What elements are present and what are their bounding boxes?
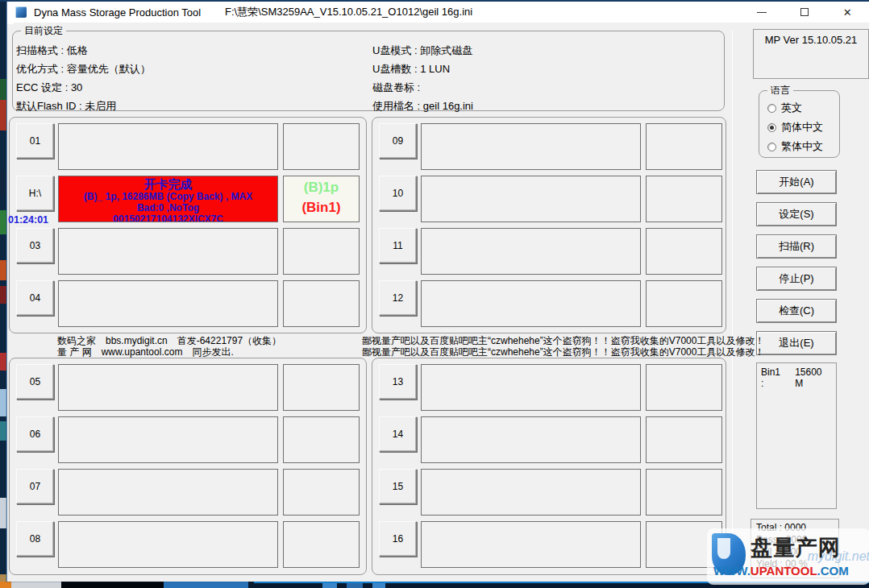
slot-status-box: 开卡完成(B)_ 1p, 16286MB (Copy Back) , MAXBa… (58, 176, 278, 222)
slot-row-06: 06 (10, 415, 366, 467)
slot-status-box (58, 280, 278, 327)
slot-button-H:\[interactable]: H:\ (16, 176, 54, 211)
slot-status-box (421, 521, 641, 568)
notice-2-left: 量 产 网 www.upantool.com 同步发出. (57, 346, 234, 359)
slot-row-H:\: H:\01:24:01开卡完成(B)_ 1p, 16286MB (Copy Ba… (10, 174, 366, 226)
slot-button-04[interactable]: 04 (16, 280, 54, 316)
slot-result-box (646, 176, 722, 222)
radio-icon (767, 104, 776, 113)
slot-result-box (283, 364, 360, 411)
start-button[interactable]: 开始(A) (756, 170, 837, 194)
radio-label: 英文 (781, 101, 802, 115)
optimize-mode-line: 优化方式 : 容量优先（默认） (16, 60, 151, 78)
bin-value: 15600 M (795, 366, 832, 389)
slot-status-box (58, 228, 278, 275)
slot-row-01: 01 (10, 122, 366, 174)
bin-label: Bin1 : (761, 366, 785, 389)
ecc-setting-line: ECC 设定 : 30 (16, 78, 151, 97)
slot-result-box (283, 228, 360, 275)
scan-format-line: 扫描格式 : 低格 (16, 41, 151, 60)
settings-legend: 目前设定 (21, 25, 66, 36)
slot-result-box (283, 416, 360, 463)
slot-group-top-left: 01H:\01:24:01开卡完成(B)_ 1p, 16286MB (Copy … (9, 117, 367, 333)
opened-file-path: F:\慧荣\SM3259AA_V15.10.05.21_O1012\geil 1… (225, 5, 472, 19)
slot-row-07: 07 (10, 467, 366, 520)
slot-row-04: 04 (10, 279, 366, 331)
exit-button[interactable]: 退出(E) (756, 331, 837, 355)
url-www: WWW. (713, 564, 750, 578)
slot-button-11[interactable]: 11 (379, 228, 417, 263)
slot-result-box (283, 521, 360, 568)
slot-button-07[interactable]: 07 (16, 469, 54, 504)
slot-result-box: (B)1p(Bin1) (283, 176, 360, 222)
slot-status-box (58, 521, 278, 568)
slot-row-09: 09 (372, 122, 726, 174)
status-line: 00150217104132XICX7C (59, 213, 277, 222)
status-line: 开卡完成 (59, 177, 277, 191)
window-title: Dyna Mass Storage Production Tool (34, 6, 201, 19)
slot-status-box (421, 123, 641, 170)
result-bin-red: (Bin1) (284, 198, 359, 217)
slot-status-box (421, 469, 641, 516)
app-window: Dyna Mass Storage Production Tool F:\慧荣\… (6, 2, 869, 582)
language-group: 语言 英文 简体中文 繁体中文 (759, 90, 840, 158)
slot-button-16[interactable]: 16 (379, 521, 417, 557)
slot-result-box (646, 123, 722, 170)
upantool-watermark: mydigit.net 盘量产网 WWW.UPANTOOL.COM (707, 528, 869, 585)
desktop-background-strip (0, 23, 6, 582)
titlebar-left-extension (7, 3, 14, 24)
slot-row-15: 15 (372, 467, 726, 520)
radio-simplified-chinese[interactable]: 简体中文 (767, 120, 839, 135)
slot-button-10[interactable]: 10 (379, 176, 417, 211)
maximize-button[interactable] (792, 3, 817, 21)
slot-row-08: 08 (10, 520, 366, 572)
slot-button-05[interactable]: 05 (16, 364, 54, 400)
slot-button-12[interactable]: 12 (379, 280, 417, 316)
result-bin-green: (B)1p (284, 176, 359, 198)
url-com: .COM (817, 564, 849, 578)
slot-button-14[interactable]: 14 (379, 416, 417, 452)
slot-button-09[interactable]: 09 (379, 123, 417, 159)
slot-row-12: 12 (372, 279, 726, 331)
slot-result-box (646, 416, 722, 463)
slot-result-box (646, 280, 722, 327)
scan-button[interactable]: 扫描(R) (756, 234, 837, 259)
slot-button-03[interactable]: 03 (16, 228, 54, 263)
radio-icon (767, 143, 776, 151)
status-line: Bad:0 ,NoTog (59, 202, 277, 213)
bin-info-box: Bin1 : 15600 M (756, 362, 837, 509)
radio-icon (767, 123, 776, 132)
slot-result-box (283, 469, 360, 516)
slot-row-14: 14 (372, 415, 726, 467)
slot-button-13[interactable]: 13 (379, 364, 417, 400)
slot-button-08[interactable]: 08 (16, 521, 54, 557)
slot-result-box (646, 364, 722, 411)
usb-lun-line: U盘槽数 : 1 LUN (372, 60, 473, 78)
watermark-site-name: 盘量产网 (750, 533, 841, 562)
settings-button[interactable]: 设定(S) (756, 202, 837, 226)
slot-status-box (421, 416, 641, 463)
slot-button-15[interactable]: 15 (379, 469, 417, 504)
mp-version-text: MP Ver 15.10.05.21 (765, 34, 858, 46)
radio-traditional-chinese[interactable]: 繁体中文 (767, 139, 839, 154)
language-legend: 语言 (767, 85, 793, 96)
slot-row-16: 16 (372, 520, 726, 572)
radio-english[interactable]: 英文 (767, 101, 839, 115)
minimize-button[interactable] (750, 3, 774, 21)
check-button[interactable]: 检查(C) (756, 299, 837, 323)
slot-status-box (58, 469, 278, 516)
slot-row-10: 10 (372, 174, 726, 226)
app-icon (15, 6, 27, 18)
close-button[interactable]: ✕ (835, 3, 859, 21)
slot-elapsed-time: 01:24:01 (8, 214, 48, 226)
slot-button-01[interactable]: 01 (16, 123, 54, 159)
notice-2-right: 鄙视量产吧以及百度贴吧吧主“czwhehehe”这个盗窃狗！！盗窃我收集的V70… (362, 346, 764, 359)
mp-version-box: MP Ver 15.10.05.21 (753, 29, 869, 79)
slot-row-13: 13 (372, 362, 726, 415)
stop-button[interactable]: 停止(P) (756, 267, 837, 291)
slot-button-06[interactable]: 06 (16, 416, 54, 452)
status-line: (B)_ 1p, 16286MB (Copy Back) , MAX (59, 191, 277, 202)
slot-group-top-right: 09101112 (372, 117, 726, 333)
slot-result-box (646, 469, 722, 516)
slot-status-box (58, 416, 278, 463)
